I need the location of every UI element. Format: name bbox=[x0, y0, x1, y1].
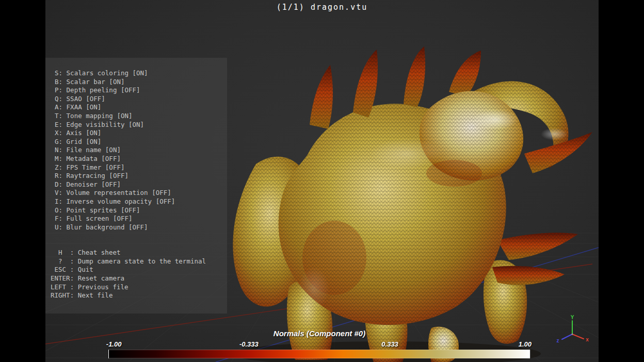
scalarbar-gradient bbox=[108, 350, 530, 358]
cheatsheet-toggle-line: M: Metadata [OFF] bbox=[55, 155, 224, 163]
cheatsheet-toggle-line: R: Raytracing [OFF] bbox=[55, 172, 224, 180]
cheatsheet-toggle-line: V: Volume representation [OFF] bbox=[55, 189, 224, 198]
viewport-3d[interactable]: (1/1) dragon.vtu S: Scalars coloring [ON… bbox=[45, 0, 599, 362]
cheatsheet-toggle-line: X: Axis [ON] bbox=[55, 129, 224, 138]
scalarbar-tick: 1.00 bbox=[519, 340, 532, 348]
cheatsheet-toggle-line: N: File name [ON] bbox=[55, 146, 224, 155]
cheatsheet-toggle-line: Z: FPS Timer [OFF] bbox=[55, 163, 224, 172]
cheatsheet-toggle-line: F: Full screen [OFF] bbox=[55, 215, 224, 223]
cheatsheet-command-line: ? : Dump camera state to the terminal bbox=[51, 257, 224, 266]
scalar-bar: Normals (Component #0) -1.00-0.3330.3331… bbox=[108, 329, 530, 358]
axes-origin-dot bbox=[571, 333, 573, 335]
axes-widget: Y x z bbox=[551, 315, 593, 348]
cheatsheet-commands: H : Cheat sheet ? : Dump camera state to… bbox=[51, 249, 224, 300]
cheatsheet-command-line: ENTER: Reset camera bbox=[51, 274, 224, 283]
cheatsheet-toggle-line: E: Edge visibility [ON] bbox=[55, 121, 224, 129]
axis-z-line bbox=[562, 334, 572, 339]
scalarbar-title: Normals (Component #0) bbox=[108, 329, 530, 338]
cheatsheet-toggle-line: Q: SSAO [OFF] bbox=[55, 95, 224, 104]
dragon-model bbox=[221, 41, 599, 362]
cheatsheet-toggle-line: B: Scalar bar [ON] bbox=[55, 78, 224, 87]
axis-x-label: x bbox=[586, 337, 589, 342]
axis-y-label: Y bbox=[571, 315, 574, 320]
cheatsheet-toggle-line: I: Inverse volume opacity [OFF] bbox=[55, 198, 224, 206]
cheatsheet-toggle-line: P: Depth peeling [OFF] bbox=[55, 86, 224, 95]
cheatsheet-toggle-line: G: Grid [ON] bbox=[55, 138, 224, 146]
cheatsheet-command-line: ESC : Quit bbox=[51, 266, 224, 274]
axis-z-label: z bbox=[557, 338, 559, 343]
cheatsheet-toggle-line: S: Scalars coloring [ON] bbox=[55, 69, 224, 78]
scalarbar-tick: 0.333 bbox=[381, 340, 398, 348]
app-window: (1/1) dragon.vtu S: Scalars coloring [ON… bbox=[0, 0, 644, 362]
cheatsheet-toggle-line: D: Denoiser [OFF] bbox=[55, 180, 224, 189]
cheatsheet-panel: S: Scalars coloring [ON]B: Scalar bar [O… bbox=[45, 58, 227, 314]
cheatsheet-toggle-line: O: Point sprites [OFF] bbox=[55, 206, 224, 215]
cheatsheet-toggle-line: A: FXAA [ON] bbox=[55, 103, 224, 112]
wireframe-overlay bbox=[221, 41, 599, 362]
cheatsheet-command-line: H : Cheat sheet bbox=[51, 249, 224, 257]
cheatsheet-toggle-line: U: Blur background [OFF] bbox=[55, 223, 224, 232]
filename-display: (1/1) dragon.vtu bbox=[45, 3, 599, 12]
letterbox-right bbox=[599, 0, 644, 362]
cheatsheet-command-line: RIGHT: Next file bbox=[51, 291, 224, 300]
cheatsheet-gap bbox=[51, 232, 224, 249]
cheatsheet-toggle-line: T: Tone mapping [ON] bbox=[55, 112, 224, 121]
scalarbar-tick: -1.00 bbox=[106, 340, 122, 348]
cheatsheet-toggles: S: Scalars coloring [ON]B: Scalar bar [O… bbox=[51, 69, 224, 232]
axis-x-line bbox=[572, 334, 584, 339]
scalarbar-ticks: -1.00-0.3330.3331.00 bbox=[108, 340, 530, 349]
letterbox-left bbox=[0, 0, 45, 362]
cheatsheet-command-line: LEFT : Previous file bbox=[51, 283, 224, 292]
scalarbar-tick: -0.333 bbox=[239, 340, 259, 348]
